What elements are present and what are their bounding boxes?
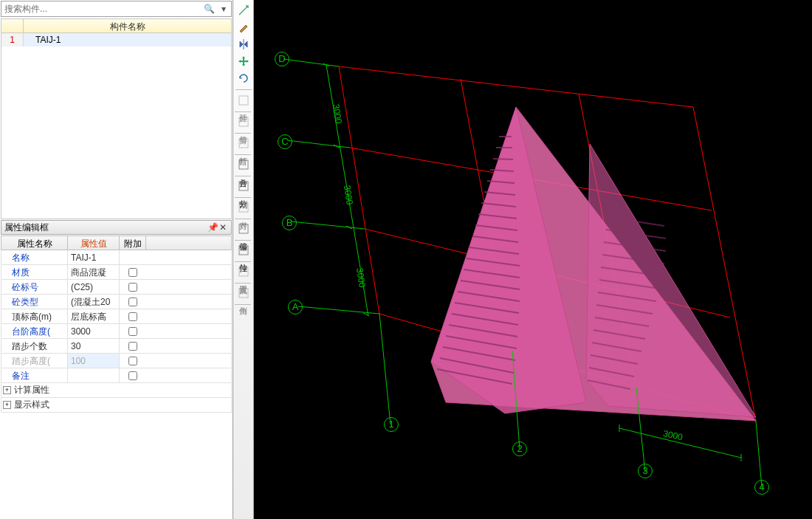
prop-extra [120,354,146,368]
prop-checkbox[interactable] [128,268,137,277]
component-row-num: 1 [1,33,24,47]
property-table-header: 属性名称 属性值 附加 [1,236,232,250]
component-row-name: TAIJ-1 [24,33,231,47]
grid-label-a: A [288,300,303,315]
tool-offset[interactable]: 偏移 [235,221,252,238]
prop-extra [120,295,146,309]
prop-row[interactable]: 名称TAIJ-1 [1,250,232,265]
prop-header-extra: 附加 [120,236,146,250]
svg-line-60 [283,59,339,66]
component-list[interactable]: 1 TAIJ-1 [1,33,232,219]
svg-rect-7 [239,246,248,255]
svg-rect-3 [239,160,248,169]
svg-rect-9 [239,289,248,298]
property-panel-header: 属性编辑框 📌 ✕ [1,220,232,235]
property-panel-title: 属性编辑框 [4,221,207,234]
search-input[interactable] [1,2,202,16]
tool-break: 打断 [235,136,252,152]
tool-extend: 延伸 [235,93,252,109]
prop-checkbox[interactable] [128,312,137,321]
prop-checkbox[interactable] [128,371,137,380]
svg-rect-6 [239,224,248,233]
prop-name: 台阶高度( [1,324,68,338]
prop-row[interactable]: 砼标号(C25) [1,280,232,295]
close-icon[interactable]: ✕ [218,222,228,233]
prop-row[interactable]: 顶标高(m)层底标高 [1,309,232,324]
prop-extra [120,368,146,382]
grid-label-2: 2 [512,441,527,456]
svg-rect-0 [239,96,248,105]
expand-icon[interactable]: + [3,386,11,394]
viewport-svg [254,0,812,519]
prop-extra [120,324,146,338]
property-table: 属性名称 属性值 附加 名称TAIJ-1材质商品混凝砼标号(C25)砼类型(混凝… [1,236,232,413]
search-dropdown-icon[interactable]: ▾ [216,4,231,14]
svg-line-10 [339,66,693,107]
pin-icon[interactable]: 📌 [207,222,218,233]
prop-extra [120,265,146,279]
prop-row[interactable]: 踏步高度(100 [1,354,232,368]
prop-value[interactable]: 100 [68,354,120,368]
expand-icon[interactable]: + [3,401,11,409]
prop-extra [120,339,146,353]
prop-value[interactable]: 商品混凝 [68,265,120,279]
tool-trim: 修剪 [235,114,252,131]
prop-checkbox[interactable] [128,327,137,336]
prop-checkbox[interactable] [128,283,137,292]
prop-row[interactable]: 踏步个数30 [1,339,232,354]
prop-name: 备注 [1,368,68,382]
prop-header-value: 属性值 [68,236,120,250]
prop-value[interactable]: TAIJ-1 [68,250,120,264]
prop-checkbox[interactable] [128,298,137,306]
prop-row[interactable]: 台阶高度(3000 [1,324,232,339]
component-row[interactable]: 1 TAIJ-1 [1,33,231,47]
prop-header-name: 属性名称 [1,236,68,250]
prop-tree-row[interactable]: +计算属性 [1,383,232,398]
left-panel: 🔍 ▾ 构件名称 1 TAIJ-1 属性编辑框 📌 ✕ 属性名称 属性值 附加 … [0,0,233,519]
tool-brush[interactable] [235,19,252,35]
svg-line-40 [493,159,513,159]
prop-extra [120,250,146,264]
grid-label-d: D [275,52,289,66]
prop-row[interactable]: 备注 [1,368,232,383]
prop-name: 名称 [1,250,68,264]
search-icon[interactable]: 🔍 [202,4,216,14]
tool-split[interactable]: 分割 [235,179,252,195]
svg-marker-20 [586,144,756,417]
tool-merge[interactable]: 合并 [235,157,252,173]
prop-checkbox[interactable] [128,342,137,351]
svg-rect-5 [239,203,248,212]
svg-rect-1 [239,117,248,126]
prop-value[interactable]: 3000 [68,324,120,338]
tool-rotate[interactable] [235,70,252,86]
tree-label: 计算属性 [14,384,49,396]
vertical-toolbar: 延伸修剪打断合并分割对齐偏移拉伸设置夹点倒角 [233,0,254,519]
svg-line-64 [756,421,762,487]
prop-checkbox[interactable] [128,357,137,365]
search-bar: 🔍 ▾ [1,1,232,17]
grid-label-b: B [282,216,297,230]
tool-align: 对齐 [235,200,252,216]
grid-label-3: 3 [638,464,653,478]
viewport-3d[interactable]: D C B A 1 2 3 4 3000 3000 3000 3000 [254,0,812,519]
prop-name: 踏步高度( [1,354,68,368]
prop-value[interactable] [68,368,120,382]
prop-value[interactable]: (混凝土20 [68,295,120,309]
tool-pan[interactable] [235,2,252,18]
tool-mirror[interactable] [235,36,252,52]
component-list-header-label: 构件名称 [24,19,231,32]
tool-stretch[interactable]: 拉伸 [235,243,252,259]
prop-tree-row[interactable]: +显示样式 [1,398,232,413]
prop-row[interactable]: 材质商品混凝 [1,265,232,280]
prop-name: 材质 [1,265,68,279]
prop-row[interactable]: 砼类型(混凝土20 [1,295,232,309]
svg-rect-8 [239,267,248,276]
prop-extra [120,280,146,294]
prop-value[interactable]: (C25) [68,280,120,294]
tool-move-arrows[interactable] [235,53,252,69]
component-list-header: 构件名称 [1,18,232,33]
prop-name: 顶标高(m) [1,309,68,323]
svg-line-59 [287,140,350,148]
prop-value[interactable]: 30 [68,339,120,353]
prop-value[interactable]: 层底标高 [68,309,120,323]
